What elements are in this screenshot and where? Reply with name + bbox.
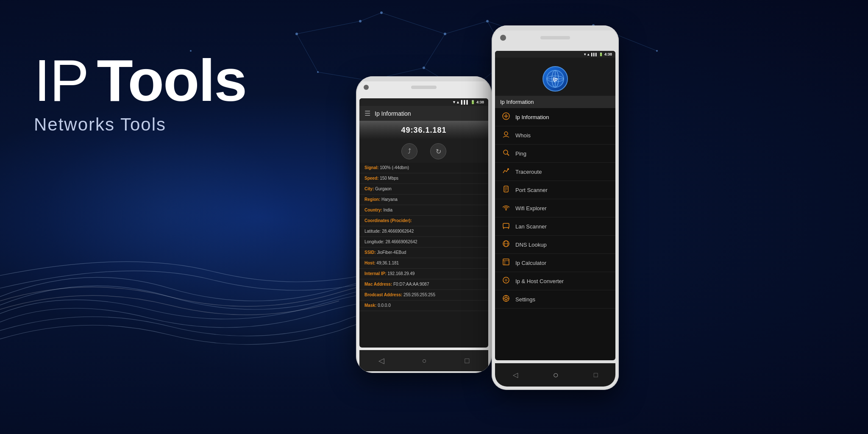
menu-item-dns-lookup[interactable]: DNS Lookup [495, 236, 615, 254]
vol-down-button [356, 163, 356, 180]
menu-icon-4 [502, 185, 510, 195]
info-value: India [383, 208, 392, 212]
share-button[interactable]: ⤴ [401, 143, 417, 159]
status-time: 4:38 [476, 100, 484, 104]
signal-icon: ▌▌▌ [461, 100, 469, 104]
menu-item-ip-information[interactable]: Ip Information [495, 108, 615, 126]
refresh-button[interactable]: ↻ [430, 143, 446, 159]
info-row: Longitude: 28.46669062642 [359, 237, 488, 248]
menu-item-settings[interactable]: Settings [495, 290, 615, 309]
menu-list: Ip InformationWhoisPingTraceroutePort Sc… [495, 108, 615, 309]
battery-icon: 🔋 [470, 100, 475, 104]
info-row: Speed: 150 Mbps [359, 173, 488, 184]
info-row: Latitude: 28.46669062642 [359, 226, 488, 237]
svg-rect-59 [503, 259, 509, 265]
info-label: Region: [364, 197, 381, 202]
info-row: Mac Address: F0:D7:AA:AA:9087 [359, 279, 488, 290]
vol-up-2 [492, 97, 492, 117]
home-nav-button[interactable]: ○ [422, 356, 427, 365]
info-row: Brodcast Address: 255:255:255:255 [359, 290, 488, 300]
speaker [411, 86, 437, 89]
app-bar-phone2: Ip Information [495, 96, 615, 108]
svg-line-46 [507, 154, 509, 156]
menu-icon-3 [502, 167, 510, 176]
menu-item-ip-&-host-converter[interactable]: Ip & Host Converter [495, 272, 615, 290]
status-bar-phone1: ▼▲ ▌▌▌ 🔋 4:38 [359, 98, 488, 106]
info-row: Host: 49;36.1.181 [359, 258, 488, 269]
menu-item-lan-scanner[interactable]: Lan Scanner [495, 217, 615, 236]
info-row: SSID: JioFiber-4EBud [359, 248, 488, 258]
svg-point-63 [503, 295, 509, 301]
hero-subtitle: Networks Tools [34, 114, 246, 135]
back-nav-2[interactable]: ◁ [513, 371, 518, 379]
recents-nav-2[interactable]: □ [594, 371, 598, 379]
app-bar-phone1: ☰ Ip Information [359, 106, 488, 121]
svg-line-15 [297, 34, 318, 72]
svg-point-29 [317, 71, 319, 73]
info-label: Signal: [364, 165, 380, 170]
menu-item-ping[interactable]: Ping [495, 145, 615, 163]
menu-item-label: Settings [515, 296, 535, 303]
svg-line-13 [297, 21, 360, 34]
menu-item-label: Ip & Host Converter [515, 278, 564, 284]
front-camera [364, 85, 369, 90]
vol-up-button [356, 140, 356, 157]
svg-point-45 [504, 150, 508, 154]
info-label: Mask: [364, 303, 378, 308]
title-tools: Tools [97, 51, 246, 110]
info-label: Brodcast Address: [364, 292, 403, 297]
menu-item-port-scanner[interactable]: Port Scanner [495, 181, 615, 199]
back-nav-button[interactable]: ◁ [378, 356, 384, 365]
menu-item-wifi-explorer[interactable]: Wifi Explorer [495, 199, 615, 217]
ip-address-display: 49:36.1.181 [364, 126, 483, 135]
status-bar-phone2: ▼▲ ▌▌▌ 🔋 4:38 [495, 51, 615, 58]
svg-point-64 [505, 297, 507, 300]
svg-point-23 [423, 67, 425, 69]
info-value: 150 Mbps [380, 176, 398, 181]
menu-icon-6 [502, 222, 510, 231]
menu-icon-0 [502, 112, 510, 122]
phone1-container: ▼▲ ▌▌▌ 🔋 4:38 ☰ Ip Information 49:36.1.1… [356, 76, 492, 373]
info-row: Country: India [359, 205, 488, 216]
hamburger-icon[interactable]: ☰ [364, 109, 370, 117]
svg-point-28 [359, 20, 362, 22]
info-label: Country: [364, 208, 383, 212]
svg-point-19 [444, 33, 446, 35]
svg-point-20 [486, 20, 489, 22]
menu-item-label: Whois [515, 132, 531, 139]
menu-item-whois[interactable]: Whois [495, 126, 615, 145]
menu-item-label: Traceroute [515, 169, 542, 175]
info-row: Mask: 0.0.0.0 [359, 300, 488, 311]
recents-nav-button[interactable]: □ [465, 356, 469, 365]
svg-rect-53 [503, 223, 509, 228]
battery-2: 🔋 [599, 53, 603, 56]
menu-item-ip-calculator[interactable]: Ip Calculator [495, 254, 615, 272]
menu-icon-1 [502, 131, 510, 140]
phone2-screen: ▼▲ ▌▌▌ 🔋 4:38 Ip [495, 51, 615, 360]
svg-point-47 [507, 168, 509, 170]
front-camera-2 [500, 35, 506, 41]
svg-point-18 [380, 11, 383, 14]
menu-item-label: Ping [515, 150, 526, 157]
phone1-screen: ▼▲ ▌▌▌ 🔋 4:38 ☰ Ip Information 49:36.1.1… [359, 98, 488, 348]
menu-item-traceroute[interactable]: Traceroute [495, 163, 615, 181]
power-button-2 [618, 85, 619, 110]
svg-line-7 [424, 34, 445, 68]
info-value: 0.0.0.0 [378, 303, 391, 308]
wifi-icon-2: ▼▲ [583, 53, 590, 56]
menu-icon-9 [502, 276, 510, 286]
info-label: SSID: [364, 250, 377, 255]
info-row: Signal: 100% (-44dbm) [359, 163, 488, 173]
info-value: F0:D7:AA:AA:9087 [393, 282, 429, 287]
menu-icon-5 [502, 203, 510, 213]
info-label: Coordinates (Procider): [364, 218, 412, 223]
home-nav-2[interactable]: ○ [553, 370, 559, 381]
info-value: Haryana [381, 197, 398, 202]
phone1-frame: ▼▲ ▌▌▌ 🔋 4:38 ☰ Ip Information 49:36.1.1… [356, 76, 492, 373]
menu-item-label: DNS Lookup [515, 242, 547, 248]
svg-text:Ip: Ip [553, 76, 558, 82]
info-row: Coordinates (Procider): [359, 216, 488, 226]
vol-down-2 [492, 122, 492, 141]
menu-item-label: Wifi Explorer [515, 205, 547, 211]
info-list: Signal: 100% (-44dbm)Speed: 150 MbpsCity… [359, 163, 488, 311]
